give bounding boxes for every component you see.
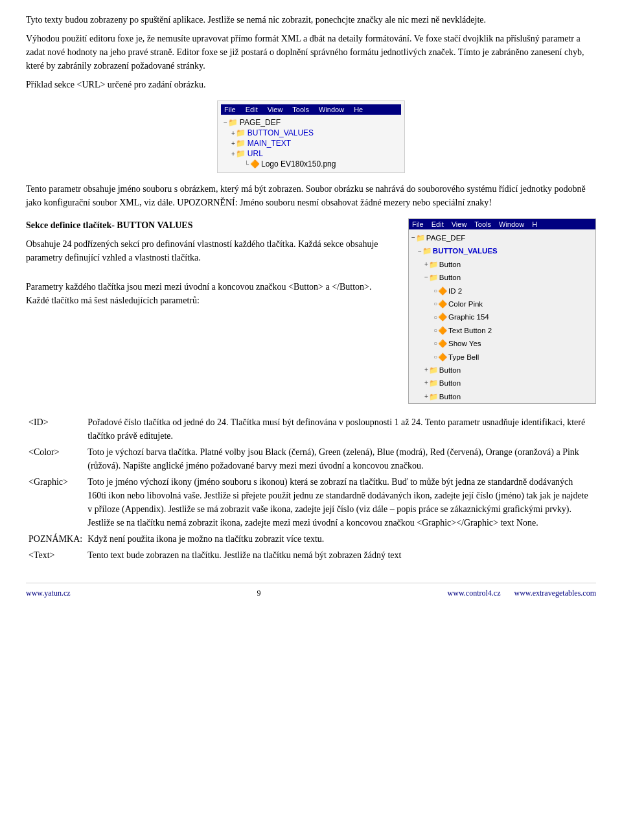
color-text: Toto je výchozí barva tlačítka. Platné v… bbox=[85, 444, 596, 474]
tree2-button5: + 📁 Button bbox=[409, 390, 595, 403]
paragraph-4: Tento parametr obsahuje jméno souboru s … bbox=[26, 182, 596, 209]
tree1-node-logo: └ 🔶 Logo EV180x150.png bbox=[221, 159, 401, 169]
tree2-button3: + 📁 Button bbox=[409, 364, 595, 377]
folder-icon: 📁 bbox=[422, 245, 432, 257]
folder-icon: 📁 bbox=[429, 364, 438, 376]
param-row-id: <ID> Pořadové číslo tlačítka od jedné do… bbox=[26, 414, 596, 444]
tree1-titlebar: File Edit View Tools Window He bbox=[221, 104, 401, 115]
tree2-titlebar: File Edit View Tools Window H bbox=[409, 219, 595, 229]
id-label: <ID> bbox=[26, 414, 85, 444]
poznamka-label: POZNÁMKA: bbox=[26, 531, 85, 547]
tree1-node-maintext: + 📁 MAIN_TEXT bbox=[221, 138, 401, 148]
tree2-button4: + 📁 Button bbox=[409, 377, 595, 390]
color-label: <Color> bbox=[26, 444, 85, 474]
footer-page: 9 bbox=[257, 589, 261, 598]
tree2-id2: ○ 🔶 ID 2 bbox=[409, 285, 595, 298]
item-icon: 🔶 bbox=[438, 311, 447, 323]
text-label: <Text> bbox=[26, 547, 85, 563]
tree2-color-pink: ○ 🔶 Color Pink bbox=[409, 298, 595, 310]
param-table: <ID> Pořadové číslo tlačítka od jedné do… bbox=[26, 414, 596, 563]
tree1-node-pagedef: − 📁 PAGE_DEF bbox=[221, 117, 401, 128]
paragraph-6: Parametry každého tlačítka jsou mezi mez… bbox=[26, 280, 395, 307]
tree2-pagedef: − 📁 PAGE_DEF bbox=[409, 231, 595, 244]
section-body-buttonvalues: Obsahuje 24 podřízených sekcí pro defino… bbox=[26, 237, 395, 264]
item-icon: 🔶 bbox=[438, 325, 447, 336]
folder-icon: 📁 bbox=[429, 391, 438, 402]
param-row-graphic: <Graphic> Toto je jméno výchozí ikony (j… bbox=[26, 474, 596, 531]
param-row-color: <Color> Toto je výchozí barva tlačítka. … bbox=[26, 444, 596, 474]
paragraph-2: Výhodou použití editoru foxe je, že nemu… bbox=[26, 32, 596, 73]
paragraph-1: Tyto texty budou zobrazeny po spuštění a… bbox=[26, 13, 596, 27]
tree1-node-url: + 📁 URL bbox=[221, 148, 401, 159]
poznamka-text: Když není použita ikona je možno na tlač… bbox=[85, 531, 596, 547]
folder-icon: 📁 bbox=[429, 272, 438, 283]
folder-icon: 📁 bbox=[416, 232, 425, 244]
tree1-node-buttonvalues: + 📁 BUTTON_VALUES bbox=[221, 128, 401, 138]
folder-icon: 📁 bbox=[236, 128, 246, 137]
folder-icon: 📁 bbox=[429, 259, 438, 270]
item-icon: 🔶 bbox=[438, 338, 447, 349]
graphic-label: <Graphic> bbox=[26, 474, 85, 531]
tree2-button2: − 📁 Button bbox=[409, 271, 595, 284]
item-icon: 🔶 bbox=[438, 298, 447, 310]
tree2-buttonvalues: − 📁 BUTTON_VALUES bbox=[409, 244, 595, 257]
tree2-typebell: ○ 🔶 Type Bell bbox=[409, 351, 595, 364]
button-values-text: Sekce definice tlačítek- BUTTON VALUES O… bbox=[26, 218, 395, 404]
text-text: Tento text bude zobrazen na tlačítku. Je… bbox=[85, 547, 596, 563]
item-icon: 🔶 bbox=[438, 285, 447, 297]
section-heading-buttonvalues: Sekce definice tlačítek- BUTTON VALUES bbox=[26, 218, 395, 232]
item-icon: 🔶 bbox=[438, 351, 447, 363]
tree2-textbutton2: ○ 🔶 Text Button 2 bbox=[409, 324, 595, 337]
tree2-button1: + 📁 Button bbox=[409, 258, 595, 271]
footer-left: www.yatun.cz bbox=[26, 589, 71, 598]
tree2-showyes: ○ 🔶 Show Yes bbox=[409, 337, 595, 350]
param-row-text: <Text> Tento text bude zobrazen na tlačí… bbox=[26, 547, 596, 563]
paragraph-3: Příklad sekce <URL> určené pro zadání ob… bbox=[26, 78, 596, 91]
tree2-container: File Edit View Tools Window H − 📁 PAGE_D… bbox=[408, 218, 596, 404]
folder-icon: 📁 bbox=[236, 149, 246, 158]
item-icon: 🔶 bbox=[249, 159, 260, 169]
graphic-text: Toto je jméno výchozí ikony (jméno soubo… bbox=[85, 474, 596, 531]
tree2-graphic154: ○ 🔶 Graphic 154 bbox=[409, 310, 595, 323]
folder-icon: 📁 bbox=[429, 377, 438, 389]
page-content: Tyto texty budou zobrazeny po spuštění a… bbox=[26, 13, 596, 598]
footer-right: www.control4.cz www.extravegetables.com bbox=[448, 589, 596, 598]
id-text: Pořadové číslo tlačítka od jedné do 24. … bbox=[85, 414, 596, 444]
param-row-poznamka: POZNÁMKA: Když není použita ikona je mož… bbox=[26, 531, 596, 547]
folder-icon: 📁 bbox=[228, 118, 238, 127]
footer: www.yatun.cz 9 www.control4.cz www.extra… bbox=[26, 583, 596, 598]
folder-icon: 📁 bbox=[236, 139, 246, 148]
